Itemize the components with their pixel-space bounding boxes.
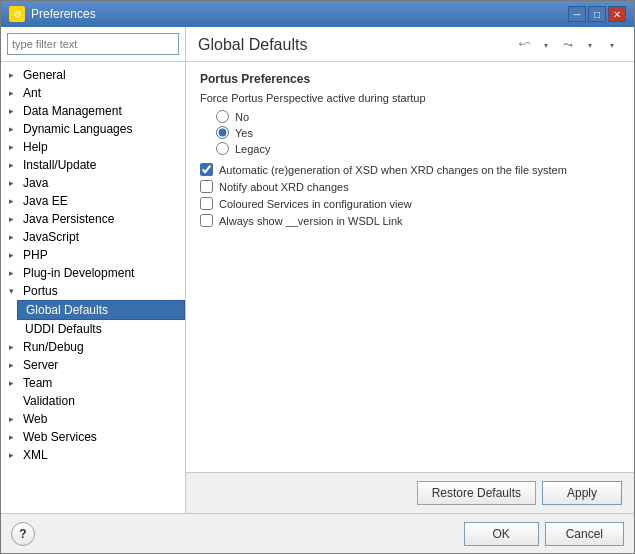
radio-option-legacy: Legacy bbox=[216, 142, 620, 155]
checkbox-show-version: Always show __version in WSDL Link bbox=[200, 214, 620, 227]
sidebar-item-validation[interactable]: ▸ Validation bbox=[1, 392, 185, 410]
arrow-icon: ▸ bbox=[9, 378, 19, 388]
sidebar-item-label: Run/Debug bbox=[23, 340, 84, 354]
back-dropdown-icon[interactable]: ▾ bbox=[536, 35, 556, 55]
maximize-button[interactable]: □ bbox=[588, 6, 606, 22]
checkbox-group: Automatic (re)generation of XSD when XRD… bbox=[200, 163, 620, 227]
window-title: Preferences bbox=[31, 7, 96, 21]
sidebar-item-label: JavaScript bbox=[23, 230, 79, 244]
minimize-button[interactable]: ─ bbox=[568, 6, 586, 22]
main-panel: Global Defaults ⬿ ▾ ⤳ ▾ ▾ Portus Prefere… bbox=[186, 27, 634, 513]
arrow-icon: ▸ bbox=[9, 70, 19, 80]
arrow-icon: ▸ bbox=[9, 342, 19, 352]
sidebar-item-data-management[interactable]: ▸ Data Management bbox=[1, 102, 185, 120]
restore-defaults-button[interactable]: Restore Defaults bbox=[417, 481, 536, 505]
ok-button[interactable]: OK bbox=[464, 522, 539, 546]
help-button[interactable]: ? bbox=[11, 522, 35, 546]
arrow-icon: ▸ bbox=[9, 360, 19, 370]
sidebar-item-java-persistence[interactable]: ▸ Java Persistence bbox=[1, 210, 185, 228]
arrow-icon: ▸ bbox=[9, 414, 19, 424]
sidebar-item-label: Web Services bbox=[23, 430, 97, 444]
sidebar-item-label: Plug-in Development bbox=[23, 266, 134, 280]
main-content: Portus Preferences Force Portus Perspect… bbox=[186, 62, 634, 472]
sidebar-item-label: UDDI Defaults bbox=[25, 322, 102, 336]
arrow-icon: ▾ bbox=[9, 286, 19, 296]
arrow-icon: ▸ bbox=[9, 450, 19, 460]
arrow-icon: ▸ bbox=[9, 142, 19, 152]
sidebar-item-portus[interactable]: ▾ Portus bbox=[1, 282, 185, 300]
radio-legacy[interactable] bbox=[216, 142, 229, 155]
sidebar-item-label: Server bbox=[23, 358, 58, 372]
coloured-services-checkbox[interactable] bbox=[200, 197, 213, 210]
title-bar: ⚙ Preferences ─ □ ✕ bbox=[1, 1, 634, 27]
sidebar-item-plugin-development[interactable]: ▸ Plug-in Development bbox=[1, 264, 185, 282]
sidebar-item-label: Web bbox=[23, 412, 47, 426]
sidebar-item-php[interactable]: ▸ PHP bbox=[1, 246, 185, 264]
arrow-icon: ▸ bbox=[9, 124, 19, 134]
sidebar-item-label: Help bbox=[23, 140, 48, 154]
arrow-icon: ▸ bbox=[9, 106, 19, 116]
sidebar-item-label: XML bbox=[23, 448, 48, 462]
sidebar-item-label: Portus bbox=[23, 284, 58, 298]
footer-right: OK Cancel bbox=[464, 522, 624, 546]
sidebar-item-general[interactable]: ▸ General bbox=[1, 66, 185, 84]
arrow-icon: ▸ bbox=[9, 232, 19, 242]
sidebar-item-label: Data Management bbox=[23, 104, 122, 118]
arrow-icon: ▸ bbox=[9, 268, 19, 278]
sidebar-item-javascript[interactable]: ▸ JavaScript bbox=[1, 228, 185, 246]
auto-xsd-checkbox[interactable] bbox=[200, 163, 213, 176]
auto-xsd-label: Automatic (re)generation of XSD when XRD… bbox=[219, 164, 567, 176]
sidebar-item-global-defaults[interactable]: Global Defaults bbox=[17, 300, 185, 320]
radio-yes[interactable] bbox=[216, 126, 229, 139]
back-icon[interactable]: ⬿ bbox=[514, 35, 534, 55]
arrow-icon: ▸ bbox=[9, 178, 19, 188]
sidebar-item-web-services[interactable]: ▸ Web Services bbox=[1, 428, 185, 446]
sidebar-item-label: Dynamic Languages bbox=[23, 122, 132, 136]
bottom-buttons: Restore Defaults Apply bbox=[186, 472, 634, 513]
sidebar-item-java[interactable]: ▸ Java bbox=[1, 174, 185, 192]
notify-xrd-label: Notify about XRD changes bbox=[219, 181, 349, 193]
sidebar-item-web[interactable]: ▸ Web bbox=[1, 410, 185, 428]
tree: ▸ General ▸ Ant ▸ Data Management ▸ Dyna… bbox=[1, 62, 185, 513]
forward-icon[interactable]: ⤳ bbox=[558, 35, 578, 55]
arrow-icon: ▸ bbox=[9, 214, 19, 224]
sidebar-item-server[interactable]: ▸ Server bbox=[1, 356, 185, 374]
title-bar-left: ⚙ Preferences bbox=[9, 6, 96, 22]
sidebar-item-xml[interactable]: ▸ XML bbox=[1, 446, 185, 464]
sidebar-item-ant[interactable]: ▸ Ant bbox=[1, 84, 185, 102]
title-controls: ─ □ ✕ bbox=[568, 6, 626, 22]
radio-no-label: No bbox=[235, 111, 249, 123]
cancel-button[interactable]: Cancel bbox=[545, 522, 624, 546]
filter-box bbox=[1, 27, 185, 62]
apply-button[interactable]: Apply bbox=[542, 481, 622, 505]
checkbox-auto-xsd: Automatic (re)generation of XSD when XRD… bbox=[200, 163, 620, 176]
arrow-icon: ▸ bbox=[9, 250, 19, 260]
sidebar-item-dynamic-languages[interactable]: ▸ Dynamic Languages bbox=[1, 120, 185, 138]
arrow-icon: ▸ bbox=[9, 432, 19, 442]
sidebar-item-label: Java bbox=[23, 176, 48, 190]
content-area: ▸ General ▸ Ant ▸ Data Management ▸ Dyna… bbox=[1, 27, 634, 513]
sidebar-item-run-debug[interactable]: ▸ Run/Debug bbox=[1, 338, 185, 356]
sidebar-item-team[interactable]: ▸ Team bbox=[1, 374, 185, 392]
sidebar-item-label: Team bbox=[23, 376, 52, 390]
forward-dropdown-icon[interactable]: ▾ bbox=[580, 35, 600, 55]
sidebar-item-uddi-defaults[interactable]: UDDI Defaults bbox=[17, 320, 185, 338]
sidebar-item-label: Java Persistence bbox=[23, 212, 114, 226]
notify-xrd-checkbox[interactable] bbox=[200, 180, 213, 193]
sidebar-item-help[interactable]: ▸ Help bbox=[1, 138, 185, 156]
radio-legacy-label: Legacy bbox=[235, 143, 270, 155]
sidebar-item-label: General bbox=[23, 68, 66, 82]
checkbox-notify-xrd: Notify about XRD changes bbox=[200, 180, 620, 193]
sidebar-item-install-update[interactable]: ▸ Install/Update bbox=[1, 156, 185, 174]
preferences-window: ⚙ Preferences ─ □ ✕ ▸ General ▸ Ant bbox=[0, 0, 635, 554]
sidebar-item-java-ee[interactable]: ▸ Java EE bbox=[1, 192, 185, 210]
radio-group: No Yes Legacy bbox=[216, 110, 620, 155]
perspective-label: Force Portus Perspective active during s… bbox=[200, 92, 620, 104]
menu-dropdown-icon[interactable]: ▾ bbox=[602, 35, 622, 55]
sidebar-item-label: Java EE bbox=[23, 194, 68, 208]
filter-input[interactable] bbox=[7, 33, 179, 55]
show-version-checkbox[interactable] bbox=[200, 214, 213, 227]
close-button[interactable]: ✕ bbox=[608, 6, 626, 22]
radio-no[interactable] bbox=[216, 110, 229, 123]
radio-option-no: No bbox=[216, 110, 620, 123]
